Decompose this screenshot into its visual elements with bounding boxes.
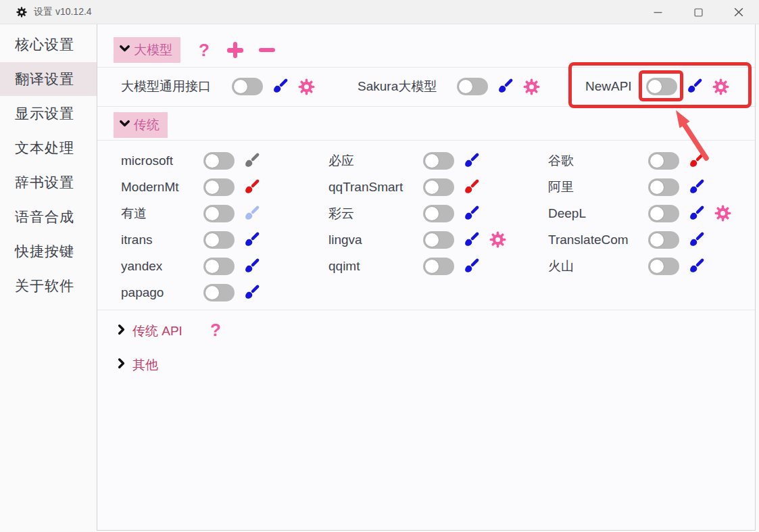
sidebar-item-3[interactable]: 显示设置	[0, 97, 97, 130]
toggle-switch[interactable]	[457, 78, 488, 95]
service-row: 彩云	[328, 200, 480, 226]
service-row: 阿里	[548, 174, 705, 200]
titlebar: 设置 v10.12.4	[0, 0, 759, 24]
brush-icon[interactable]	[687, 152, 705, 170]
help-icon[interactable]: ?	[209, 318, 222, 341]
sidebar-item-1[interactable]: 核心设置	[0, 28, 97, 62]
service-row: 必应	[328, 147, 480, 174]
brush-icon[interactable]	[462, 205, 480, 222]
brush-icon[interactable]	[496, 78, 514, 95]
toggle-switch[interactable]	[232, 78, 263, 95]
translation-settings-panel: 大模型 ? 大模型通用接口Sakura大模型NewAPI 传统 microsof…	[97, 24, 756, 531]
section-header-llm[interactable]: 大模型	[114, 37, 180, 63]
brush-icon[interactable]	[462, 152, 480, 170]
sidebar-item-2[interactable]: 翻译设置	[0, 62, 97, 96]
brush-icon[interactable]	[271, 78, 289, 95]
service-row: itrans	[121, 226, 260, 253]
toggle-switch[interactable]	[648, 178, 679, 196]
gear-icon[interactable]	[489, 231, 506, 248]
gear-icon[interactable]	[714, 205, 731, 222]
section-header-other[interactable]: 其他	[116, 354, 158, 377]
toggle-switch[interactable]	[203, 231, 235, 249]
sidebar: 核心设置翻译设置显示设置文本处理辞书设置语音合成快捷按键关于软件	[0, 24, 97, 532]
service-label: 必应	[328, 152, 415, 170]
window-title: 设置 v10.12.4	[34, 6, 92, 18]
brush-icon[interactable]	[462, 258, 480, 275]
service-row: TranslateCom	[548, 226, 705, 253]
toggle-switch[interactable]	[203, 205, 235, 222]
service-label: ModernMt	[121, 180, 195, 195]
toggle-switch[interactable]	[423, 178, 454, 196]
sidebar-item-8[interactable]: 关于软件	[0, 269, 97, 303]
brush-icon[interactable]	[243, 231, 260, 249]
service-label: 彩云	[328, 205, 415, 222]
brush-icon[interactable]	[462, 178, 480, 196]
gear-icon[interactable]	[523, 78, 540, 95]
service-label: 阿里	[548, 178, 640, 196]
section-title: 其他	[132, 356, 158, 374]
service-row: papago	[121, 279, 260, 306]
service-label: qqTranSmart	[328, 180, 415, 195]
divider	[97, 106, 755, 107]
chevron-down-icon	[119, 118, 130, 132]
service-row: NewAPI	[585, 67, 729, 106]
brush-icon[interactable]	[462, 231, 480, 249]
minus-icon[interactable]	[259, 37, 275, 63]
service-label: NewAPI	[585, 79, 638, 94]
service-row: yandex	[121, 253, 260, 279]
toggle-switch[interactable]	[648, 152, 679, 170]
toggle-switch[interactable]	[423, 152, 454, 170]
service-row: qqTranSmart	[328, 174, 480, 200]
toggle-switch[interactable]	[203, 152, 235, 170]
toggle-switch[interactable]	[203, 258, 235, 275]
brush-icon[interactable]	[243, 284, 260, 301]
close-button[interactable]	[718, 0, 759, 24]
service-label: 有道	[121, 205, 195, 222]
toggle-switch[interactable]	[648, 205, 679, 222]
section-header-traditional[interactable]: 传统	[114, 112, 168, 138]
brush-icon[interactable]	[243, 205, 260, 222]
service-row: qqimt	[328, 253, 480, 279]
service-label: DeepL	[548, 206, 640, 221]
brush-icon[interactable]	[243, 258, 260, 275]
service-label: TranslateCom	[548, 233, 640, 247]
toggle-switch[interactable]	[646, 78, 677, 95]
gear-icon[interactable]	[298, 78, 315, 95]
brush-icon[interactable]	[685, 78, 703, 95]
sidebar-item-4[interactable]: 文本处理	[0, 131, 97, 165]
brush-icon[interactable]	[687, 178, 705, 196]
service-row: microsoft	[121, 147, 260, 174]
chevron-right-icon	[116, 358, 127, 372]
brush-icon[interactable]	[687, 205, 705, 222]
toggle-switch[interactable]	[203, 178, 235, 196]
service-label: Sakura大模型	[358, 78, 449, 95]
toggle-switch[interactable]	[648, 231, 679, 249]
gear-icon[interactable]	[712, 78, 729, 95]
sidebar-item-6[interactable]: 语音合成	[0, 200, 97, 234]
section-header-traditional-api[interactable]: 传统 API	[116, 320, 182, 343]
service-row: lingva	[328, 226, 506, 253]
plus-icon[interactable]	[227, 37, 243, 63]
window-controls	[637, 0, 759, 24]
minimize-button[interactable]	[637, 0, 678, 24]
maximize-button[interactable]	[678, 0, 718, 24]
service-label: microsoft	[121, 153, 195, 168]
toggle-switch[interactable]	[423, 205, 454, 222]
service-label: qqimt	[328, 259, 415, 274]
sidebar-item-7[interactable]: 快捷按键	[0, 235, 97, 268]
toggle-switch[interactable]	[203, 284, 235, 301]
app-gear-icon	[16, 7, 27, 18]
brush-icon[interactable]	[687, 258, 705, 275]
toggle-switch[interactable]	[648, 258, 679, 275]
brush-icon[interactable]	[687, 231, 705, 249]
sidebar-item-5[interactable]: 辞书设置	[0, 166, 97, 199]
brush-icon[interactable]	[243, 152, 260, 170]
brush-icon[interactable]	[243, 178, 260, 196]
help-icon[interactable]: ?	[197, 37, 211, 63]
toggle-switch[interactable]	[423, 258, 454, 275]
service-label: 大模型通用接口	[121, 78, 224, 95]
service-row: Sakura大模型	[358, 67, 540, 106]
service-label: yandex	[121, 259, 195, 274]
service-row: DeepL	[548, 200, 731, 226]
toggle-switch[interactable]	[423, 231, 454, 249]
